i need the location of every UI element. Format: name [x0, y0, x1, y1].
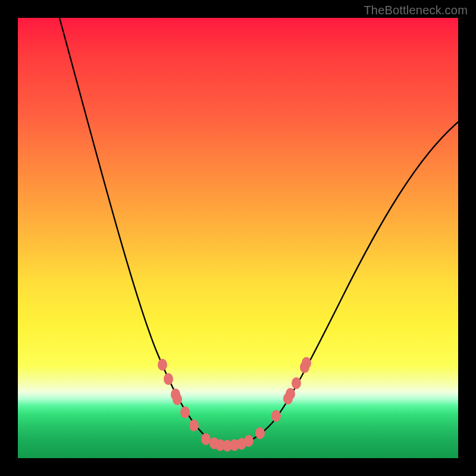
- bottleneck-curve: [60, 18, 458, 445]
- curve-marker: [180, 406, 190, 418]
- curve-marker: [244, 435, 253, 447]
- curve-marker: [255, 427, 265, 439]
- curve-marker: [164, 373, 173, 385]
- curve-marker: [292, 377, 301, 389]
- chart-svg: [18, 18, 458, 458]
- watermark-text: TheBottleneck.com: [364, 4, 468, 17]
- curve-marker: [201, 433, 211, 445]
- curve-marker: [286, 388, 295, 400]
- curve-marker: [158, 359, 167, 371]
- curve-marker: [173, 393, 182, 405]
- curve-marker: [302, 357, 311, 369]
- curve-marker: [189, 419, 199, 431]
- curve-markers: [158, 357, 311, 452]
- curve-marker: [271, 410, 281, 422]
